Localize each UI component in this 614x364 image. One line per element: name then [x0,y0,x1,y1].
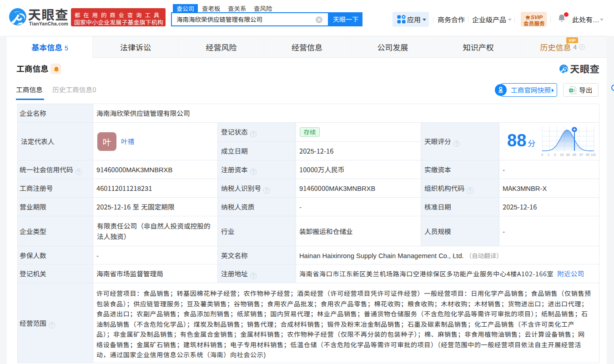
svg-text:0: 0 [541,153,543,157]
svg-text:97: 97 [579,153,583,157]
svg-text:15: 15 [560,153,564,157]
svg-text:100: 100 [591,153,596,157]
svg-text:85: 85 [573,153,576,157]
svg-text:50: 50 [566,153,570,157]
svg-text:3: 3 [554,153,556,157]
svg-text:99: 99 [586,153,589,157]
svg-text:1: 1 [548,153,549,157]
